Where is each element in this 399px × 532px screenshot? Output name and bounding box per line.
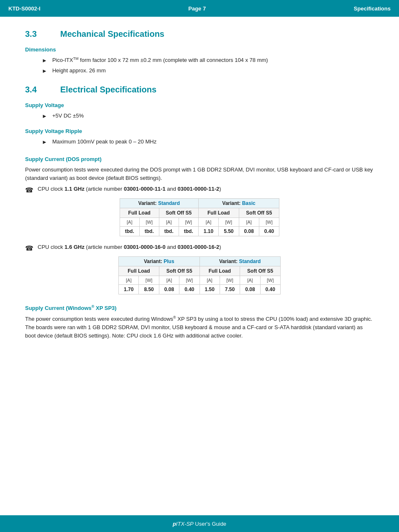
section-34-heading: 3.4 Electrical Specifications (25, 85, 374, 95)
data-cell: 0.40 (259, 227, 279, 236)
variant-standard-header: Variant: Standard (120, 199, 198, 208)
unit-w3: [W] (219, 218, 239, 227)
bullet-arrow: ► (42, 56, 47, 65)
full-load-2: Full Load (198, 208, 239, 218)
list-item: ► Pico-ITXTM form factor 100 x 72 mm ±0.… (42, 56, 374, 65)
bullet-arrow: ► (42, 138, 47, 146)
data-cell: 1.10 (198, 227, 218, 236)
soft-off-2: Soft Off S5 (239, 208, 279, 218)
unit-w7: [W] (220, 276, 240, 285)
note-text-1: CPU clock 1.1 GHz (article number 03001-… (38, 186, 221, 192)
dimensions-bullets: ► Pico-ITXTM form factor 100 x 72 mm ±0.… (25, 56, 374, 75)
unit-a7: [A] (200, 276, 220, 285)
full-load-3: Full Load (119, 266, 159, 276)
list-item: ► Maximum 100mV peak to peak 0 – 20 MHz (42, 138, 374, 146)
variant-plus-header: Variant: Plus (119, 257, 200, 266)
unit-w6: [W] (179, 276, 200, 285)
data-cell: tbd. (139, 227, 159, 236)
list-item: ► +5V DC ±5% (42, 112, 374, 120)
bullet-text: +5V DC ±5% (52, 112, 84, 120)
spec-table-1: Variant: Standard Variant: Basic Full Lo… (120, 198, 279, 236)
footer-text: pITX-SP User's Guide (173, 521, 226, 527)
variant-standard-header-2: Variant: Standard (200, 257, 280, 266)
unit-w4: [W] (259, 218, 279, 227)
phone-icon: ☎ (25, 186, 33, 194)
unit-a4: [A] (239, 218, 259, 227)
unit-a3: [A] (198, 218, 218, 227)
section-33-title: Mechanical Specifications (60, 29, 164, 39)
section-33-num: 3.3 (25, 29, 50, 39)
table-wrapper-2: Variant: Plus Variant: Standard Full Loa… (25, 256, 374, 294)
table-wrapper-1: Variant: Standard Variant: Basic Full Lo… (25, 198, 374, 236)
main-content: 3.3 Mechanical Specifications Dimensions… (0, 17, 399, 368)
bullet-text: Pico-ITXTM form factor 100 x 72 mm ±0.2 … (52, 56, 268, 64)
unit-a5: [A] (119, 276, 139, 285)
unit-a8: [A] (240, 276, 260, 285)
data-cell: 0.08 (240, 285, 260, 294)
unit-a6: [A] (159, 276, 179, 285)
data-cell: tbd. (179, 227, 198, 236)
note-line-1: ☎ CPU clock 1.1 GHz (article number 0300… (25, 186, 374, 194)
dimensions-heading: Dimensions (25, 46, 374, 53)
data-cell: 0.40 (179, 285, 200, 294)
list-item: ► Height approx. 26 mm (42, 66, 374, 75)
section-34-title: Electrical Specifications (60, 85, 156, 95)
header-bar: KTD-S0002-I Page 7 Specifications (0, 0, 399, 17)
header-center: Page 7 (188, 5, 206, 12)
footer-bar: pITX-SP User's Guide (0, 515, 399, 532)
soft-off-4: Soft Off S5 (240, 266, 281, 276)
variant-basic-header: Variant: Basic (198, 199, 279, 208)
unit-a1: [A] (120, 218, 139, 227)
supply-voltage-ripple-heading: Supply Voltage Ripple (25, 128, 374, 134)
bullet-arrow: ► (42, 67, 47, 75)
full-load-4: Full Load (200, 266, 240, 276)
unit-w8: [W] (260, 276, 280, 285)
full-load-1: Full Load (120, 208, 159, 218)
note-line-2: ☎ CPU clock 1.6 GHz (article number 0300… (25, 244, 374, 252)
data-cell: 7.50 (220, 285, 240, 294)
supply-voltage-heading: Supply Voltage (25, 102, 374, 108)
bullet-arrow: ► (42, 112, 47, 120)
soft-off-3: Soft Off S5 (159, 266, 200, 276)
unit-a2: [A] (159, 218, 179, 227)
supply-current-windows-heading: Supply Current (Windows® XP SP3) (25, 304, 374, 311)
data-cell: 8.50 (139, 285, 159, 294)
data-cell: 1.70 (119, 285, 139, 294)
data-cell: 0.08 (239, 227, 259, 236)
supply-current-dos-body: Power consumption tests were executed du… (25, 166, 374, 182)
soft-off-1: Soft Off S5 (159, 208, 198, 218)
unit-w1: [W] (139, 218, 159, 227)
phone-icon-2: ☎ (25, 244, 33, 252)
data-cell: 5.50 (219, 227, 239, 236)
header-right: Specifications (354, 5, 391, 12)
supply-voltage-bullets: ► +5V DC ±5% (25, 112, 374, 120)
section-33-heading: 3.3 Mechanical Specifications (25, 29, 374, 39)
section-34-num: 3.4 (25, 85, 50, 95)
bullet-text: Maximum 100mV peak to peak 0 – 20 MHz (52, 138, 156, 146)
data-cell: 0.40 (260, 285, 280, 294)
supply-current-windows-body: The power consumption tests were execute… (25, 315, 374, 340)
spec-table-2: Variant: Plus Variant: Standard Full Loa… (118, 256, 281, 294)
supply-current-dos-heading: Supply Current (DOS prompt) (25, 156, 374, 162)
header-left: KTD-S0002-I (8, 5, 41, 12)
bullet-text: Height approx. 26 mm (52, 66, 106, 75)
unit-w5: [W] (139, 276, 159, 285)
note-text-2: CPU clock 1.6 GHz (article number 03001-… (38, 244, 221, 250)
data-cell: 1.50 (200, 285, 220, 294)
supply-voltage-ripple-bullets: ► Maximum 100mV peak to peak 0 – 20 MHz (25, 138, 374, 146)
data-cell: tbd. (159, 227, 179, 236)
unit-w2: [W] (179, 218, 198, 227)
data-cell: 0.08 (159, 285, 179, 294)
data-cell: tbd. (120, 227, 139, 236)
